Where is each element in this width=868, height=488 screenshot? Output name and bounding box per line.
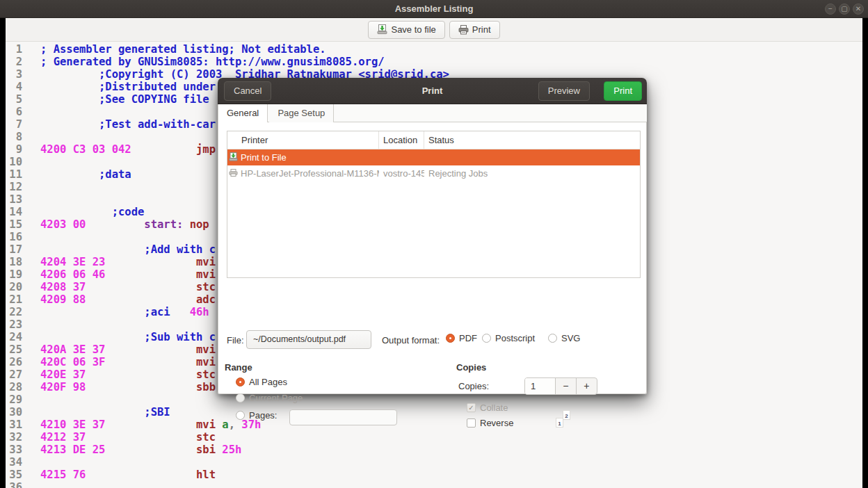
code-text: 4208 37 stc (40, 281, 216, 293)
line-number: 17 (6, 243, 22, 256)
copies-heading: Copies (456, 362, 486, 373)
code-segment: sbb (86, 381, 216, 393)
dialog-print-button[interactable]: Print (604, 81, 642, 101)
range-option-label: All Pages (249, 377, 287, 387)
code-segment: 46h (170, 306, 209, 318)
format-radio-pdf[interactable] (446, 334, 455, 343)
print-button[interactable]: Print (449, 21, 500, 39)
line-number: 13 (6, 193, 22, 206)
save-to-file-icon (377, 24, 387, 35)
column-header-location: Location (379, 131, 424, 149)
code-text: 420E 37 stc (40, 368, 216, 381)
line-number: 1 (6, 43, 22, 56)
line-number: 2 (6, 56, 22, 68)
line-number: 20 (6, 281, 22, 293)
listing-line: 314210 3E 37 mvi a, 37h (6, 418, 862, 431)
code-segment: 4206 06 46 (40, 268, 105, 281)
copies-decrement-button[interactable]: − (556, 378, 576, 394)
code-segment: nop (190, 218, 209, 231)
code-segment: 4200 C3 03 042 (40, 143, 131, 156)
close-button[interactable]: ✕ (853, 3, 864, 15)
cancel-button[interactable]: Cancel (224, 81, 271, 101)
code-segment: 25h (216, 444, 241, 456)
printer-table-header: PrinterLocationStatus (227, 131, 640, 149)
collate-preview-page-1: 1 (556, 418, 563, 428)
line-number: 32 (6, 431, 22, 444)
line-number: 6 (6, 106, 22, 118)
format-label: Postscript (495, 333, 535, 343)
line-number: 11 (6, 168, 22, 181)
line-number: 4 (6, 81, 22, 93)
code-segment: ;code (40, 206, 144, 218)
printer-row[interactable]: HP-LaserJet-Professional-M1136-MFPvostro… (227, 165, 640, 181)
range-option-current-page: Current Page (236, 393, 303, 403)
range-radio[interactable] (236, 377, 245, 387)
dialog-tabs: GeneralPage Setup (218, 104, 647, 122)
range-radio (236, 393, 245, 402)
format-option-pdf[interactable]: PDF (446, 333, 477, 343)
code-segment: hlt (86, 469, 216, 481)
reverse-label: Reverse (480, 418, 513, 428)
range-option-pages-[interactable]: Pages: (236, 410, 277, 421)
collate-label: Collate (480, 402, 508, 413)
code-text: ;Add with c (40, 243, 216, 256)
save-to-file-icon (229, 152, 238, 163)
printer-location-cell: vostro-1450 (379, 168, 424, 179)
listing-line: 36 (6, 481, 862, 488)
code-segment: 4212 37 (40, 431, 86, 444)
window-controls: − ▢ ✕ (825, 3, 864, 15)
format-radio-svg[interactable] (548, 334, 557, 343)
file-chooser-button[interactable]: ~/Documents/output.pdf (246, 330, 371, 349)
code-segment: start: (86, 218, 189, 231)
titlebar: Assembler Listing − ▢ ✕ (0, 0, 868, 18)
code-text: ;Test add-with-car (40, 118, 216, 131)
line-number: 26 (6, 356, 22, 368)
printer-name: Print to File (241, 152, 287, 163)
listing-line: 324212 37 stc (6, 431, 862, 444)
code-text: 420F 98 sbb (40, 381, 216, 393)
line-number: 19 (6, 268, 22, 281)
minimize-button[interactable]: − (825, 3, 836, 15)
code-segment: , (229, 418, 235, 431)
reverse-checkbox[interactable] (467, 418, 476, 428)
close-icon: ✕ (855, 5, 861, 13)
printer-row[interactable]: Print to File (227, 149, 640, 165)
code-segment: ;Sub with c (40, 331, 216, 343)
pages-entry[interactable] (289, 409, 397, 425)
code-segment: ; Assembler generated listing; Not edita… (40, 43, 326, 56)
format-radio-postscript[interactable] (482, 334, 491, 343)
preview-button[interactable]: Preview (538, 81, 590, 101)
code-segment: stc (86, 368, 216, 381)
tab-page-setup[interactable]: Page Setup (269, 104, 334, 122)
code-segment: 420F 98 (40, 381, 86, 393)
format-option-postscript[interactable]: Postscript (482, 333, 535, 343)
code-segment: ;Add with c (40, 243, 216, 256)
copies-increment-button[interactable]: + (577, 378, 597, 394)
line-number: 24 (6, 331, 22, 343)
line-number: 29 (6, 393, 22, 406)
printer-name: HP-LaserJet-Professional-M1136-MFP (241, 168, 379, 179)
code-segment: mvi (105, 268, 216, 281)
file-label: File: (227, 335, 244, 345)
line-number: 3 (6, 68, 22, 81)
maximize-button[interactable]: ▢ (839, 3, 850, 15)
line-number: 27 (6, 368, 22, 381)
printer-name-cell: Print to File (227, 152, 379, 163)
line-number: 8 (6, 131, 22, 143)
copies-value[interactable]: 1 (525, 378, 556, 394)
range-option-all-pages[interactable]: All Pages (236, 377, 287, 387)
line-number: 14 (6, 206, 22, 218)
tab-general[interactable]: General (218, 104, 268, 123)
code-segment: mvi (105, 343, 216, 356)
listing-line: 334213 DE 25 sbi 25h (6, 444, 862, 456)
collate-option: ✓ Collate (467, 402, 508, 413)
line-number: 22 (6, 306, 22, 318)
code-text: 4212 37 stc (40, 431, 216, 444)
code-segment: mvi (105, 356, 216, 368)
save-to-file-button[interactable]: Save to file (368, 21, 444, 39)
line-number: 10 (6, 156, 22, 168)
code-segment: ;Distributed under (40, 81, 216, 93)
range-radio[interactable] (236, 411, 245, 420)
format-option-svg[interactable]: SVG (548, 333, 580, 343)
code-segment: ;data (40, 168, 131, 181)
